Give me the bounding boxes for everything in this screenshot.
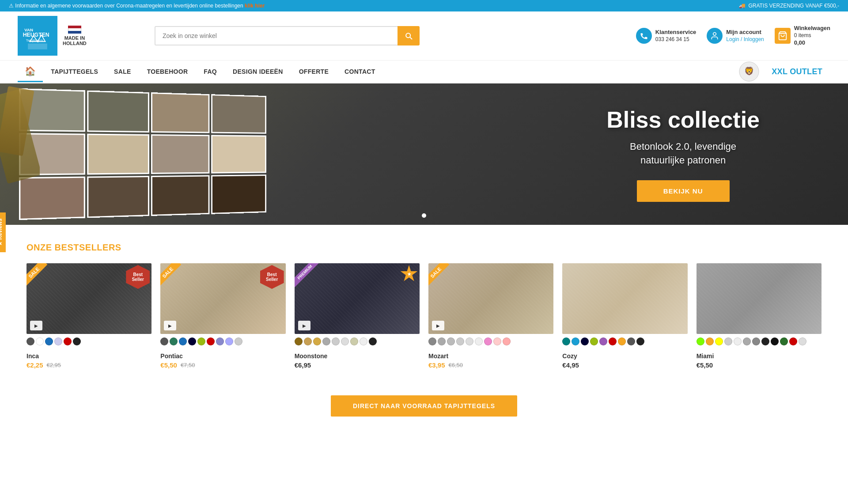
- color-swatch[interactable]: [304, 337, 312, 345]
- nav-home[interactable]: 🏠: [18, 61, 43, 82]
- color-swatch[interactable]: [466, 337, 473, 345]
- color-swatch[interactable]: [697, 337, 704, 345]
- color-swatch[interactable]: [503, 337, 511, 345]
- color-swatch[interactable]: [369, 337, 377, 345]
- product-name: Cozy: [562, 352, 687, 360]
- badge-sale: [428, 263, 459, 294]
- color-swatch[interactable]: [428, 337, 436, 345]
- hero-content: Bliss collectie Betonlook 2.0, levendige…: [606, 106, 760, 202]
- color-swatch[interactable]: [562, 337, 570, 345]
- nav-offerte[interactable]: OFFERTE: [291, 62, 337, 81]
- color-swatch[interactable]: [295, 337, 303, 345]
- color-swatch[interactable]: [64, 337, 72, 345]
- product-price: €2,25 €2,95: [26, 361, 151, 369]
- cart-area[interactable]: Winkelwagen 0 items 0,00: [775, 25, 830, 46]
- nav-outlet[interactable]: XXL OUTLET: [764, 61, 830, 83]
- color-swatch[interactable]: [350, 337, 358, 345]
- hero-cta-button[interactable]: BEKIJK NU: [637, 180, 730, 202]
- announcement-link[interactable]: klik hier: [245, 3, 265, 9]
- video-icon[interactable]: [30, 321, 42, 330]
- color-swatch[interactable]: [715, 337, 723, 345]
- product-card-cozy[interactable]: Cozy €4,95: [562, 263, 687, 369]
- color-swatch[interactable]: [799, 337, 806, 345]
- color-swatch[interactable]: [724, 337, 732, 345]
- color-swatch[interactable]: [235, 337, 242, 345]
- klantenservice[interactable]: Klantenservice 033 246 34 15: [636, 28, 697, 44]
- product-card-pontiac[interactable]: BestSeller Pontiac €5,50 €7,50: [160, 263, 285, 369]
- color-swatch[interactable]: [743, 337, 751, 345]
- nav-design-ideeen[interactable]: DESIGN IDEEËN: [225, 62, 291, 81]
- nav-toebehoor[interactable]: TOEBEHOOR: [139, 62, 196, 81]
- video-icon[interactable]: [164, 321, 176, 330]
- video-icon[interactable]: [298, 321, 310, 330]
- color-swatch[interactable]: [341, 337, 349, 345]
- nav-faq[interactable]: FAQ: [196, 62, 225, 81]
- nav-sale[interactable]: SALE: [106, 62, 139, 81]
- color-swatch[interactable]: [170, 337, 178, 345]
- color-swatch[interactable]: [752, 337, 760, 345]
- product-image: BestSeller: [160, 263, 285, 334]
- color-swatch[interactable]: [789, 337, 797, 345]
- hero-dot-1[interactable]: [422, 213, 426, 218]
- reviews-label: ★ Reviews: [0, 218, 3, 246]
- color-swatch[interactable]: [225, 337, 233, 345]
- color-swatch[interactable]: [609, 337, 617, 345]
- color-swatch[interactable]: [780, 337, 788, 345]
- products-grid: BestSeller Inca €2,25 €2,95 BestSeller P…: [26, 263, 822, 369]
- color-swatch[interactable]: [771, 337, 779, 345]
- product-card-miami[interactable]: Miami €5,50: [697, 263, 822, 369]
- color-swatch[interactable]: [636, 337, 644, 345]
- video-icon[interactable]: [432, 321, 444, 330]
- color-swatch[interactable]: [484, 337, 492, 345]
- color-swatch[interactable]: [438, 337, 446, 345]
- color-swatch[interactable]: [188, 337, 196, 345]
- color-swatch[interactable]: [572, 337, 579, 345]
- reviews-sidebar[interactable]: ★ Reviews: [0, 212, 6, 252]
- color-swatch[interactable]: [618, 337, 626, 345]
- color-swatch[interactable]: [26, 337, 34, 345]
- color-swatch[interactable]: [627, 337, 635, 345]
- color-swatch[interactable]: [313, 337, 321, 345]
- color-swatch[interactable]: [322, 337, 330, 345]
- dutch-flag: [68, 26, 81, 34]
- color-swatch[interactable]: [475, 337, 483, 345]
- nav-tapijttegels[interactable]: TAPIJTTEGELS: [43, 62, 106, 81]
- color-swatch[interactable]: [179, 337, 187, 345]
- product-card-moonstone[interactable]: ★ Moonstone €6,95: [295, 263, 420, 369]
- color-swatch[interactable]: [706, 337, 714, 345]
- product-card-inca[interactable]: BestSeller Inca €2,25 €2,95: [26, 263, 151, 369]
- color-swatch[interactable]: [73, 337, 81, 345]
- price-regular: €5,50: [697, 361, 713, 369]
- search-button[interactable]: [398, 26, 420, 45]
- color-swatch[interactable]: [360, 337, 367, 345]
- color-swatch[interactable]: [216, 337, 224, 345]
- color-swatch[interactable]: [447, 337, 455, 345]
- color-swatches: [697, 337, 822, 350]
- color-swatch[interactable]: [160, 337, 168, 345]
- color-swatch[interactable]: [36, 337, 44, 345]
- product-name: Miami: [697, 352, 822, 360]
- color-swatch[interactable]: [599, 337, 607, 345]
- logo-area: VAN HEUGTEN Tapijttegels MADE IN HOLLAND: [18, 16, 141, 56]
- color-swatch[interactable]: [581, 337, 589, 345]
- product-card-mozart[interactable]: Mozart €3,95 €6,50: [428, 263, 553, 369]
- color-swatch[interactable]: [207, 337, 215, 345]
- logo[interactable]: VAN HEUGTEN Tapijttegels: [18, 16, 57, 56]
- color-swatch[interactable]: [45, 337, 53, 345]
- color-swatch[interactable]: [734, 337, 742, 345]
- color-swatch[interactable]: [197, 337, 205, 345]
- login-link[interactable]: Login / Inloggen: [726, 36, 764, 42]
- nav-contact[interactable]: CONTACT: [337, 62, 383, 81]
- hero-plant: [0, 83, 40, 225]
- color-swatch[interactable]: [590, 337, 598, 345]
- cta-button[interactable]: DIRECT NAAR VOORRAAD TAPIJTTEGELS: [331, 395, 517, 417]
- color-swatch[interactable]: [54, 337, 62, 345]
- account-area[interactable]: Mijn account Login / Inloggen: [707, 28, 764, 44]
- color-swatch[interactable]: [456, 337, 464, 345]
- color-swatch[interactable]: [493, 337, 501, 345]
- search-input[interactable]: [155, 26, 398, 45]
- color-swatch[interactable]: [332, 337, 340, 345]
- color-swatch[interactable]: [761, 337, 769, 345]
- phone-icon: [640, 31, 648, 40]
- hero-dots: [422, 213, 426, 218]
